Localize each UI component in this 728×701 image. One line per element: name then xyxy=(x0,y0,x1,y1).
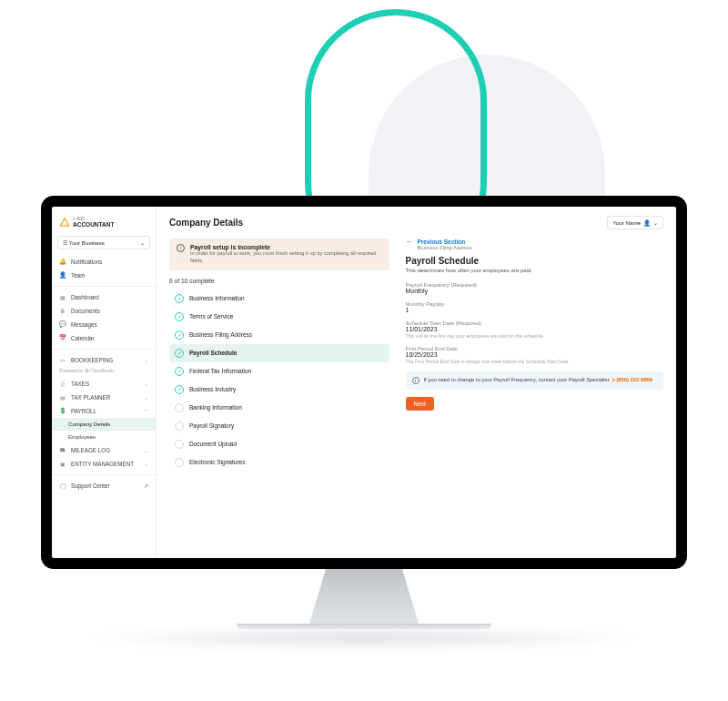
alert-incomplete: ! Payroll setup is incomplete In order f… xyxy=(169,239,389,270)
entity-icon: ▣ xyxy=(59,460,66,467)
business-selector[interactable]: ☰ Your Business ⌄ xyxy=(57,236,150,249)
check-done-icon: ✓ xyxy=(175,367,184,376)
info-icon: ! xyxy=(177,244,185,252)
check-pending-icon xyxy=(175,440,184,449)
info-callout: i If you need to change to your Payroll … xyxy=(406,371,664,390)
planner-icon: ▤ xyxy=(59,393,66,401)
checklist-item-label: Business Industry xyxy=(189,386,236,392)
sidebar: 1-800 ACCOUNTANT ☰ Your Business ⌄ 🔔Noti… xyxy=(52,207,157,558)
checklist-item-label: Payroll Schedule xyxy=(189,350,237,356)
sidebar-item-employees[interactable]: Employees xyxy=(52,431,156,443)
chevron-down-icon: ⌄ xyxy=(144,381,148,387)
next-button[interactable]: Next xyxy=(406,397,434,411)
main-content: Company Details Your Name 👤 ⌄ ! Payroll … xyxy=(157,207,676,558)
chevron-down-icon: ⌄ xyxy=(144,357,148,363)
avatar-icon: 👤 xyxy=(643,219,651,227)
checklist-item[interactable]: Document Upload xyxy=(169,435,389,453)
chevron-down-icon: ⌄ xyxy=(144,394,148,401)
checklist-item[interactable]: ✓Federal Tax Information xyxy=(169,362,389,381)
checklist-item-label: Business Information xyxy=(189,295,245,301)
chevron-down-icon: ⌄ xyxy=(144,461,148,467)
check-pending-icon xyxy=(175,403,184,412)
check-done-icon: ✓ xyxy=(175,294,184,303)
checklist-item-label: Document Upload xyxy=(189,441,237,447)
checklist-item[interactable]: Payroll Signatory xyxy=(169,417,389,435)
user-menu[interactable]: Your Name 👤 ⌄ xyxy=(607,216,663,229)
chevron-down-icon: ⌄ xyxy=(653,219,658,226)
alert-subtitle: In order for payroll to work, you must f… xyxy=(190,250,382,265)
section-title: Payroll Schedule xyxy=(406,256,664,266)
checklist-item-label: Business Filing Address xyxy=(189,331,252,338)
progress-text: 6 of 10 complete xyxy=(169,278,389,284)
section-subtitle: This determines how often your employees… xyxy=(406,268,664,273)
checklist-item-label: Banking Information xyxy=(189,404,242,411)
chevron-down-icon: ⌄ xyxy=(140,239,145,246)
sidebar-item-tax-planner[interactable]: ▤TAX PLANNER⌄ xyxy=(52,391,156,404)
checklist-item[interactable]: ✓Terms of Service xyxy=(169,308,389,326)
calendar-icon: 📅 xyxy=(59,334,66,341)
chevron-up-icon: ⌃ xyxy=(144,408,148,414)
checklist-item-label: Terms of Service xyxy=(189,313,233,320)
powered-by: Powered by ⦿ ClientBooks xyxy=(52,367,156,377)
checklist-item[interactable]: Electronic Signatures xyxy=(169,453,389,472)
sidebar-item-taxes[interactable]: ⎙TAXES⌄ xyxy=(52,377,156,391)
sidebar-item-messages[interactable]: 💬Messages xyxy=(52,318,156,331)
page-title: Company Details xyxy=(169,218,243,228)
alert-title: Payroll setup is incomplete xyxy=(190,244,382,250)
book-icon: ▭ xyxy=(59,356,66,363)
check-pending-icon xyxy=(175,458,184,467)
bell-icon: 🔔 xyxy=(59,258,66,265)
chevron-down-icon: ⌄ xyxy=(144,447,148,453)
checklist-item[interactable]: ✓Business Filing Address xyxy=(169,326,389,344)
check-done-icon: ✓ xyxy=(175,330,184,340)
tax-icon: ⎙ xyxy=(59,380,66,387)
field-start-date: Schedule Start Date (Required) 11/01/202… xyxy=(406,320,664,339)
sidebar-item-support[interactable]: ◯Support Center↗ xyxy=(52,479,156,493)
checklist-item-label: Payroll Signatory xyxy=(189,422,234,429)
chat-icon: 💬 xyxy=(59,320,66,328)
external-link-icon: ↗ xyxy=(144,483,148,489)
top-bar: Company Details Your Name 👤 ⌄ xyxy=(169,216,663,229)
check-done-icon: ✓ xyxy=(175,312,184,321)
field-payday: Monthly Payday 1 xyxy=(406,301,664,313)
sidebar-item-company-details[interactable]: Company Details xyxy=(52,418,156,431)
payroll-icon: 💲 xyxy=(59,407,66,414)
doc-icon: 🗎 xyxy=(59,307,66,314)
sidebar-item-calendar[interactable]: 📅Calendar xyxy=(52,331,156,345)
arrow-left-icon: ← xyxy=(406,239,413,246)
checklist-item[interactable]: ✓Payroll Schedule xyxy=(169,344,389,362)
checklist-item-label: Federal Tax Information xyxy=(189,368,251,374)
checklist-item-label: Electronic Signatures xyxy=(189,459,245,465)
sidebar-item-mileage-log[interactable]: ⛟MILEAGE LOG⌄ xyxy=(52,443,156,457)
sidebar-item-team[interactable]: 👤Team xyxy=(52,269,156,282)
sidebar-item-entity-management[interactable]: ▣ENTITY MANAGEMENT⌄ xyxy=(52,457,156,471)
mileage-icon: ⛟ xyxy=(59,446,66,453)
help-icon: ◯ xyxy=(59,482,66,489)
sidebar-item-notifications[interactable]: 🔔Notifications xyxy=(52,255,156,269)
checklist-item[interactable]: Banking Information xyxy=(169,399,389,417)
brand-main: ACCOUNTANT xyxy=(73,221,114,228)
brand-logo: 1-800 ACCOUNTANT xyxy=(52,212,156,236)
support-phone: 1-(800) 222-6868 xyxy=(612,377,652,382)
info-icon: i xyxy=(412,377,420,384)
checklist-item[interactable]: ✓Business Information xyxy=(169,290,389,308)
user-icon: 👤 xyxy=(59,271,66,279)
sidebar-item-payroll[interactable]: 💲PAYROLL⌃ xyxy=(52,404,156,418)
field-end-date: First Period End Date 10/25/2023 The Fir… xyxy=(406,346,664,364)
sidebar-item-documents[interactable]: 🗎Documents xyxy=(52,304,156,318)
sidebar-item-dashboard[interactable]: ▦Dashboard xyxy=(52,290,156,304)
brand-icon xyxy=(59,217,70,228)
checklist: ✓Business Information✓Terms of Service✓B… xyxy=(169,290,389,472)
check-done-icon: ✓ xyxy=(175,385,184,394)
grid-icon: ▦ xyxy=(59,293,66,300)
field-frequency: Payroll Frequency (Required) Monthly xyxy=(406,282,664,294)
check-pending-icon xyxy=(175,422,184,431)
previous-section-link[interactable]: ← Previous Section Business Filing Addre… xyxy=(406,239,664,250)
checklist-item[interactable]: ✓Business Industry xyxy=(169,381,389,399)
sidebar-item-bookkeeping[interactable]: ▭BOOKKEEPING⌄ xyxy=(52,353,156,367)
check-done-icon: ✓ xyxy=(175,349,184,358)
